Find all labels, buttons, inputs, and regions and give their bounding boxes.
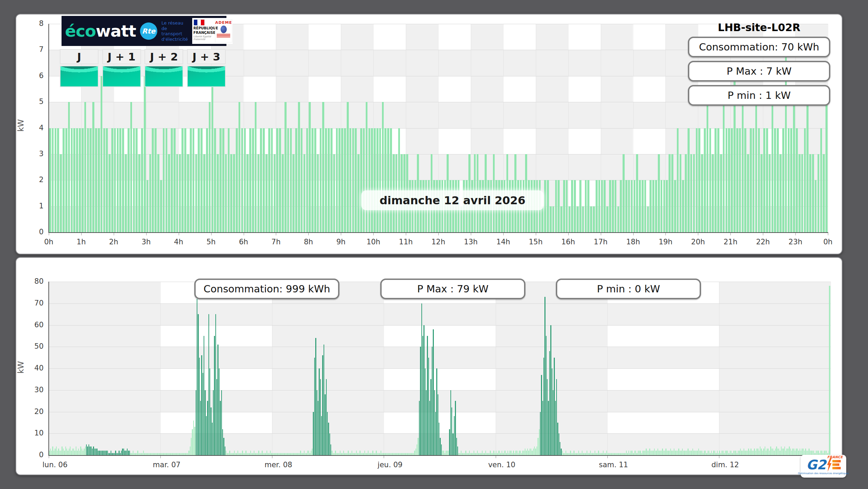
weekly-bar bbox=[715, 451, 715, 455]
weekly-bar-peak bbox=[321, 416, 322, 455]
weekly-bar-peak bbox=[436, 368, 437, 455]
weekly-bar-peak bbox=[327, 412, 328, 455]
weekly-bar bbox=[258, 451, 259, 455]
weekly-bar bbox=[661, 451, 662, 455]
weekly-bar-peak bbox=[198, 314, 198, 455]
weekly-bar bbox=[307, 451, 308, 455]
weekly-bar bbox=[250, 451, 251, 455]
weekly-bar bbox=[675, 451, 675, 455]
weekly-bar-peak bbox=[209, 368, 210, 455]
weekly-bar bbox=[687, 451, 687, 455]
weekly-bar-peak bbox=[561, 449, 561, 455]
weekly-bar-peak bbox=[111, 451, 111, 455]
weekly-bar-peak bbox=[314, 358, 315, 455]
weekly-bar bbox=[639, 451, 640, 455]
x-tick-label: mer. 08 bbox=[254, 461, 302, 469]
weekly-bar bbox=[417, 444, 417, 455]
weekly-bar bbox=[640, 451, 641, 455]
weekly-y-axis-title: kW bbox=[16, 357, 25, 378]
x-tick-label: mar. 07 bbox=[142, 461, 191, 469]
weekly-bar-peak bbox=[93, 446, 94, 455]
weekly-bar bbox=[763, 449, 764, 455]
weekly-bar bbox=[774, 451, 774, 455]
weekly-bar bbox=[80, 446, 81, 455]
weekly-bar bbox=[789, 446, 790, 455]
weekly-bar bbox=[526, 451, 526, 455]
weekly-bar-peak bbox=[439, 423, 439, 455]
weekly-bar bbox=[647, 451, 648, 455]
weekly-bar bbox=[725, 451, 726, 455]
weekly-bar bbox=[654, 449, 655, 455]
weekly-bar bbox=[72, 449, 73, 455]
weekly-bar bbox=[352, 451, 352, 455]
weekly-bar bbox=[532, 451, 532, 455]
weekly-bar bbox=[519, 451, 520, 455]
plot-band bbox=[49, 347, 831, 368]
weekly-bar bbox=[730, 451, 730, 455]
weekly-bar-peak bbox=[315, 338, 316, 455]
weekly-bar bbox=[300, 451, 301, 455]
weekly-bar-peak bbox=[543, 358, 544, 455]
y-tick-label: 20 bbox=[19, 407, 44, 416]
weekly-bar bbox=[671, 451, 672, 455]
weekly-bar bbox=[684, 451, 685, 455]
weekly-bar bbox=[416, 449, 416, 455]
weekly-bar bbox=[690, 451, 691, 455]
plot-band bbox=[719, 412, 831, 434]
weekly-bar bbox=[773, 449, 773, 455]
weekly-bar-peak bbox=[213, 390, 214, 455]
weekly-bar bbox=[705, 451, 706, 455]
y-tick-label: 10 bbox=[19, 429, 44, 437]
weekly-bar bbox=[332, 451, 332, 455]
y-tick-label: 60 bbox=[19, 321, 44, 329]
weekly-bar-peak bbox=[441, 444, 442, 455]
weekly-bar bbox=[490, 451, 491, 455]
plot-band bbox=[49, 282, 160, 303]
weekly-bar bbox=[85, 446, 86, 455]
weekly-bar bbox=[343, 451, 344, 455]
weekly-bar bbox=[776, 446, 777, 455]
weekly-bar bbox=[262, 451, 262, 455]
y-gridline bbox=[49, 390, 831, 391]
weekly-bar bbox=[54, 451, 54, 455]
weekly-bar-peak bbox=[326, 379, 327, 455]
weekly-bar-peak bbox=[225, 446, 225, 455]
plot-band bbox=[719, 325, 831, 347]
weekly-bar-peak bbox=[212, 423, 213, 455]
weekly-bar bbox=[748, 449, 749, 455]
weekly-bar bbox=[84, 449, 84, 455]
weekly-bar-peak bbox=[554, 358, 554, 455]
weekly-bar bbox=[766, 451, 766, 455]
weekly-bar bbox=[734, 451, 735, 455]
weekly-bar bbox=[418, 438, 418, 455]
weekly-bar bbox=[582, 451, 582, 455]
weekly-bar bbox=[668, 451, 669, 455]
weekly-pmin-badge: P min : 0 kW bbox=[556, 279, 701, 299]
y-gridline bbox=[49, 433, 831, 434]
weekly-bar-peak bbox=[317, 390, 317, 455]
weekly-bar-peak bbox=[203, 373, 203, 455]
weekly-bar bbox=[663, 451, 664, 455]
weekly-bar-peak bbox=[206, 416, 207, 455]
weekly-bar bbox=[527, 449, 528, 455]
weekly-bar-peak bbox=[318, 401, 318, 455]
y-gridline bbox=[49, 368, 831, 369]
weekly-bar bbox=[765, 446, 765, 455]
weekly-bar bbox=[767, 449, 767, 455]
weekly-bar bbox=[368, 451, 368, 455]
weekly-bar bbox=[242, 451, 243, 455]
weekly-bar-peak bbox=[434, 390, 435, 455]
weekly-bar bbox=[746, 451, 747, 455]
weekly-bar bbox=[645, 451, 645, 455]
weekly-bar-peak bbox=[330, 444, 331, 455]
weekly-bar bbox=[760, 446, 760, 455]
weekly-bar bbox=[190, 446, 190, 455]
weekly-bar bbox=[788, 449, 788, 455]
plot-band bbox=[49, 325, 160, 347]
weekly-bar bbox=[515, 451, 516, 455]
g2e-logo: G2 FRANCE Optimisation des ressources én… bbox=[801, 455, 846, 478]
weekly-bar bbox=[670, 449, 671, 455]
plot-band bbox=[49, 368, 160, 390]
weekly-chart[interactable]: 01020304050607080lun. 06mar. 07mer. 08je… bbox=[0, 0, 868, 489]
weekly-bar-peak bbox=[553, 390, 553, 455]
